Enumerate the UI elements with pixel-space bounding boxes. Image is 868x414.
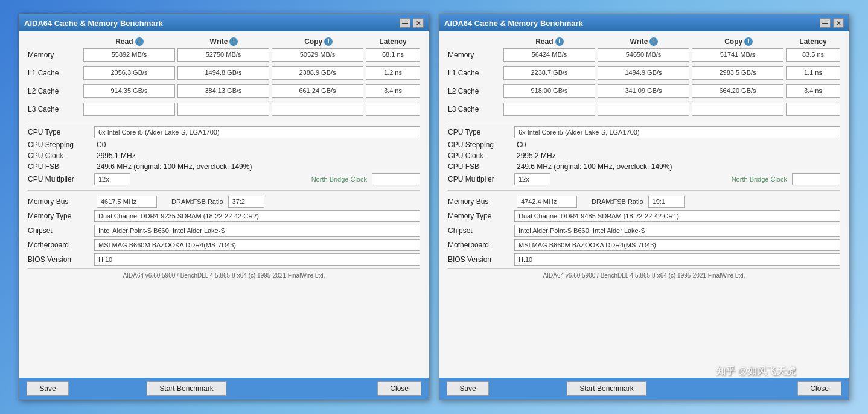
watermark: 知乎 @如风飞天虎 [716, 365, 796, 378]
right-l1-read: 2238.7 GB/s [503, 66, 595, 80]
left-start-button[interactable]: Start Benchmark [147, 381, 226, 396]
left-bios-label: BIOS Version [28, 255, 94, 264]
left-l2-label: L2 Cache [28, 87, 82, 95]
left-l1-read: 2056.3 GB/s [83, 66, 175, 80]
right-title-bar: AIDA64 Cache & Memory Benchmark — ✕ [439, 14, 849, 31]
left-l2-write-field: 384.13 GB/s [177, 84, 269, 98]
left-dram-ratio-label: DRAM:FSB Ratio [171, 198, 223, 205]
right-title: AIDA64 Cache & Memory Benchmark [444, 19, 583, 28]
left-save-button[interactable]: Save [27, 381, 69, 396]
right-l3-read [503, 103, 595, 116]
left-info-section: CPU Type 6x Intel Core i5 (Alder Lake-S,… [28, 126, 420, 185]
right-l2-write: 341.09 GB/s [598, 84, 689, 98]
right-copy-info-icon[interactable]: i [744, 37, 753, 46]
right-cpu-stepping-value: C0 [514, 141, 840, 149]
right-minimize-btn[interactable]: — [820, 18, 831, 28]
left-title-bar: AIDA64 Cache & Memory Benchmark — ✕ [19, 14, 429, 31]
right-l1-write-field: 1494.9 GB/s [598, 66, 689, 80]
right-memory-row: Memory 56424 MB/s 54650 MB/s 51741 MB/s … [448, 48, 840, 62]
left-memory-bus-label: Memory Bus [28, 197, 94, 206]
left-minimize-btn[interactable]: — [400, 18, 410, 28]
left-l3-label: L3 Cache [28, 105, 82, 113]
right-l3-copy-field [692, 103, 783, 116]
right-memory-read: 56424 MB/s [503, 48, 595, 62]
right-window: AIDA64 Cache & Memory Benchmark — ✕ Read… [439, 14, 849, 400]
left-cpu-type-value: 6x Intel Core i5 (Alder Lake-S, LGA1700) [94, 126, 420, 138]
left-l2-read-field: 914.35 GB/s [83, 84, 175, 98]
right-l3-copy [692, 103, 783, 116]
left-read-info-icon[interactable]: i [135, 37, 144, 46]
left-footer: AIDA64 v6.60.5900 / BenchDLL 4.5.865.8-x… [28, 268, 420, 281]
right-motherboard-label: Motherboard [448, 241, 514, 249]
left-cpu-clock-value: 2995.1 MHz [94, 151, 420, 160]
left-l3-read-field [83, 103, 175, 116]
windows-container: AIDA64 Cache & Memory Benchmark — ✕ Read… [7, 2, 861, 412]
left-multiplier-value: 12x [94, 173, 130, 185]
right-read-info-icon[interactable]: i [555, 37, 564, 46]
right-button-bar: Save Start Benchmark Close [439, 378, 849, 400]
right-memory-write-field: 54650 MB/s [598, 48, 689, 62]
left-memory-type-label: Memory Type [28, 212, 94, 220]
right-bios-row: BIOS Version H.10 [448, 253, 840, 266]
right-header-latency: Latency [786, 37, 840, 46]
right-close-button[interactable]: Close [797, 381, 841, 396]
right-chipset-value: Intel Alder Point-S B660, Intel Alder La… [514, 225, 840, 237]
left-l1-copy: 2388.9 GB/s [272, 66, 363, 80]
right-motherboard-value: MSI MAG B660M BAZOOKA DDR4(MS-7D43) [514, 239, 840, 251]
left-memory-row: Memory 55892 MB/s 52750 MB/s 50529 MB/s … [28, 48, 420, 62]
right-cpu-type-row: CPU Type 6x Intel Core i5 (Alder Lake-S,… [448, 126, 840, 138]
left-l3-copy-field [272, 103, 363, 116]
left-memory-bus-value: 4617.5 MHz [97, 196, 157, 208]
left-copy-info-icon[interactable]: i [324, 37, 333, 46]
left-l3-row: L3 Cache [28, 103, 420, 116]
left-motherboard-label: Motherboard [28, 241, 94, 249]
left-motherboard-value: MSI MAG B660M BAZOOKA DDR4(MS-7D43) [94, 239, 420, 251]
right-memory-bus-value: 4742.4 MHz [517, 196, 577, 208]
right-memory-copy: 51741 MB/s [692, 48, 783, 62]
left-close-btn[interactable]: ✕ [413, 18, 424, 28]
right-cpu-type-value: 6x Intel Core i5 (Alder Lake-S, LGA1700) [514, 126, 840, 138]
right-info-section: CPU Type 6x Intel Core i5 (Alder Lake-S,… [448, 126, 840, 185]
right-write-info-icon[interactable]: i [649, 37, 658, 46]
right-memory-read-field: 56424 MB/s [503, 48, 595, 62]
right-l3-write-field [598, 103, 689, 116]
right-l1-copy-field: 2983.5 GB/s [692, 66, 783, 80]
right-memory-label: Memory [448, 51, 502, 59]
left-cpu-fsb-value: 249.6 MHz (original: 100 MHz, overclock:… [94, 162, 420, 171]
left-write-info-icon[interactable]: i [229, 37, 238, 46]
left-multiplier-row: CPU Multiplier 12x North Bridge Clock [28, 173, 420, 185]
left-header-read: Read i [82, 37, 177, 46]
right-dram-ratio-value: 19:1 [648, 196, 685, 208]
desktop: AIDA64 Cache & Memory Benchmark — ✕ Read… [0, 0, 868, 414]
left-cpu-clock-row: CPU Clock 2995.1 MHz [28, 151, 420, 160]
left-memory-latency: 68.1 ns [366, 48, 420, 62]
left-cpu-fsb-row: CPU FSB 249.6 MHz (original: 100 MHz, ov… [28, 162, 420, 171]
left-memory-label: Memory [28, 51, 82, 59]
right-bios-value: H.10 [514, 253, 840, 266]
left-chipset-row: Chipset Intel Alder Point-S B660, Intel … [28, 225, 420, 237]
right-start-button[interactable]: Start Benchmark [567, 381, 646, 396]
left-l2-write: 384.13 GB/s [177, 84, 269, 98]
right-header-write: Write i [597, 37, 692, 46]
right-close-btn[interactable]: ✕ [833, 18, 844, 28]
left-l1-write-field: 1494.8 GB/s [177, 66, 269, 80]
right-l2-copy-field: 664.20 GB/s [692, 84, 783, 98]
right-l1-latency: 1.1 ns [786, 66, 840, 80]
right-divider-1 [448, 121, 840, 121]
left-l3-write-field [177, 103, 269, 116]
right-l3-latency [786, 103, 840, 116]
left-multiplier-label: CPU Multiplier [28, 175, 94, 183]
right-cpu-clock-value: 2995.2 MHz [514, 151, 840, 160]
left-l1-label: L1 Cache [28, 69, 82, 77]
left-cpu-fsb-label: CPU FSB [28, 162, 94, 171]
right-l1-write: 1494.9 GB/s [598, 66, 689, 80]
right-l3-read-field [503, 103, 595, 116]
right-memory-bus-label: Memory Bus [448, 197, 514, 206]
right-multiplier-label: CPU Multiplier [448, 175, 514, 183]
right-divider-2 [448, 190, 840, 191]
right-chipset-label: Chipset [448, 226, 514, 235]
left-close-button[interactable]: Close [377, 381, 421, 396]
right-save-button[interactable]: Save [447, 381, 489, 396]
right-l2-label: L2 Cache [448, 87, 502, 95]
right-header-read: Read i [502, 37, 597, 46]
